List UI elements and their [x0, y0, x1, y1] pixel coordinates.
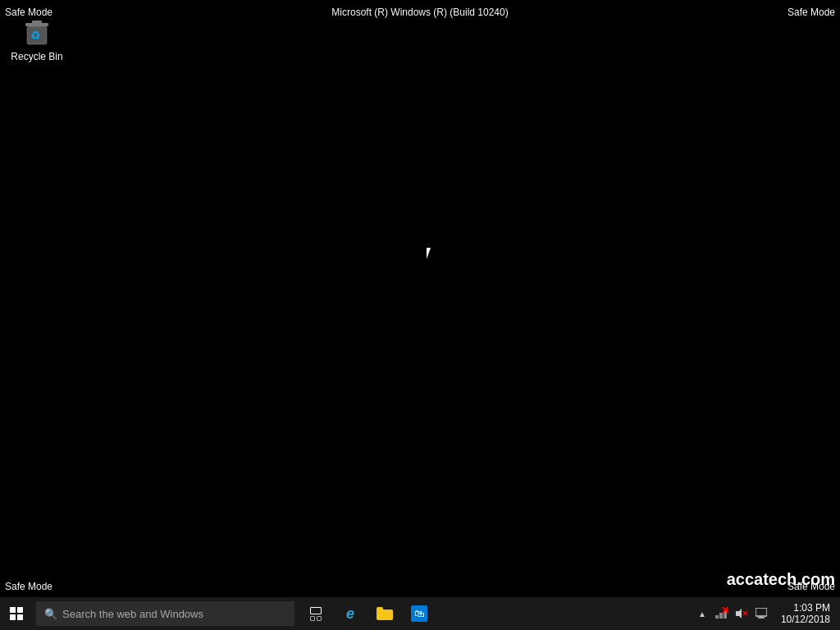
svg-marker-9	[736, 609, 742, 619]
windows-logo-icon	[10, 607, 23, 620]
search-bar[interactable]: 🔍 Search the web and Windows	[36, 601, 294, 626]
volume-x-icon	[735, 607, 748, 620]
system-tray: ▲	[692, 597, 840, 630]
volume-tray-icon[interactable]	[732, 597, 751, 630]
clock-time: 1:03 PM	[793, 602, 830, 614]
svg-rect-12	[756, 608, 767, 616]
show-hidden-icons-button[interactable]: ▲	[692, 597, 712, 630]
recycle-bin-image: ♻	[21, 15, 53, 48]
store-icon: 🛍	[411, 605, 427, 622]
file-explorer-button[interactable]	[368, 597, 401, 630]
folder-icon	[377, 607, 393, 620]
search-icon: 🔍	[44, 608, 57, 620]
taskbar: 🔍 Search the web and Windows e	[0, 597, 840, 630]
windows-build-title: Microsoft (R) Windows (R) (Build 10240)	[331, 7, 508, 18]
svg-rect-4	[715, 615, 719, 619]
network-tray-icon[interactable]	[712, 597, 732, 630]
task-view-button[interactable]	[299, 597, 332, 630]
recycle-bin-icon[interactable]: ♻ Recycle Bin	[8, 15, 66, 62]
svg-rect-2	[32, 21, 42, 24]
edge-icon: e	[346, 605, 354, 623]
search-placeholder-text: Search the web and Windows	[62, 608, 203, 620]
task-view-icon	[310, 607, 322, 621]
clock-display[interactable]: 1:03 PM 10/12/2018	[771, 597, 837, 630]
store-button[interactable]: 🛍	[403, 597, 436, 630]
taskbar-apps: e 🛍	[299, 597, 436, 630]
clock-date: 10/12/2018	[781, 614, 830, 625]
svg-rect-5	[719, 613, 723, 619]
safe-mode-label-top-right: Safe Mode	[788, 7, 835, 18]
recycle-bin-label: Recycle Bin	[11, 51, 62, 62]
action-center-icon	[756, 608, 767, 619]
chevron-up-icon: ▲	[698, 609, 706, 619]
svg-text:♻: ♻	[30, 29, 41, 42]
accatech-branding: accatech.com	[727, 570, 835, 589]
network-x-icon	[715, 607, 728, 620]
edge-button[interactable]: e	[334, 597, 367, 630]
start-button[interactable]	[0, 597, 33, 630]
action-center-button[interactable]	[751, 597, 771, 630]
safe-mode-label-bottom-left: Safe Mode	[5, 581, 52, 592]
